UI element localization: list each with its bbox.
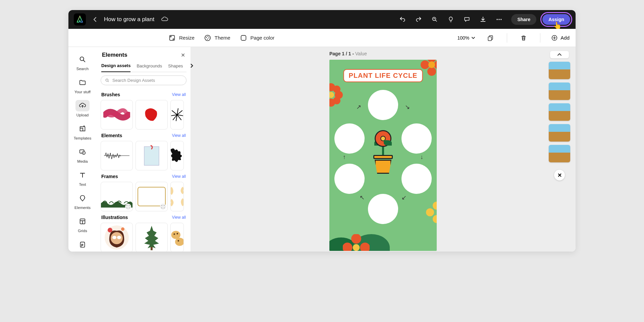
chevron-down-icon	[471, 36, 475, 40]
brush-thumb-2[interactable]	[136, 100, 168, 129]
panel-title: Elements	[102, 52, 127, 58]
artwork-title: PLANT LIFE CYCLE	[343, 69, 423, 82]
comment-icon[interactable]	[461, 13, 473, 25]
search-placeholder: Search Design Assets	[112, 78, 155, 83]
panel-close-button[interactable]: ✕	[181, 52, 185, 58]
zoom-dropdown[interactable]: 100%	[457, 35, 475, 41]
svg-point-56	[433, 215, 437, 223]
illustration-thumb-1[interactable]	[101, 223, 133, 252]
undo-button[interactable]	[396, 13, 409, 25]
search-icon	[105, 78, 110, 83]
page-thumbnail[interactable]	[549, 62, 570, 79]
tab-shapes[interactable]: Shapes	[168, 61, 183, 72]
illustration-thumb-3[interactable]	[170, 223, 184, 252]
app-logo[interactable]	[74, 13, 86, 25]
rail-elements-label: Elements	[74, 206, 91, 210]
arrow-icon: ↘	[405, 103, 410, 111]
frames-view-all[interactable]: View all	[172, 174, 186, 179]
toolbar-divider	[507, 33, 507, 43]
element-thumb-2[interactable]	[136, 141, 168, 170]
duplicate-page-icon[interactable]	[485, 32, 496, 44]
theme-tool[interactable]: Theme	[204, 34, 230, 42]
illustrations-view-all[interactable]: View all	[172, 215, 186, 220]
brush-thumb-3[interactable]	[170, 100, 184, 129]
page-color-icon	[240, 34, 247, 42]
add-label: Add	[560, 35, 570, 41]
back-button[interactable]	[91, 15, 100, 24]
plus-circle-icon	[551, 35, 558, 41]
collapse-thumbnails[interactable]	[550, 51, 569, 58]
cycle-circle	[334, 123, 365, 154]
section-illustrations-title: Illustrations	[101, 215, 128, 220]
redo-button[interactable]	[413, 13, 425, 25]
svg-point-31	[173, 233, 175, 235]
svg-point-14	[80, 57, 84, 61]
tab-backgrounds[interactable]: Backgrounds	[137, 61, 162, 72]
tab-design-assets[interactable]: Design assets	[101, 61, 130, 72]
canvas-page[interactable]: PLANT LIFE CYCLE ↘ ↓ ↙ ↖ ↑ ↗	[329, 60, 437, 251]
document-title[interactable]: How to grow a plant	[104, 16, 154, 23]
svg-point-9	[207, 39, 208, 40]
frame-thumb-2[interactable]: ⛶	[136, 182, 168, 211]
element-thumb-3[interactable]	[170, 141, 184, 170]
element-thumb-1[interactable]	[101, 141, 133, 170]
rail-your-stuff[interactable]: Your stuff	[70, 75, 95, 96]
page-label: Page 1 / 1 - Value	[329, 51, 437, 56]
page-thumbnail[interactable]	[549, 124, 570, 142]
svg-point-52	[343, 243, 353, 251]
cloud-sync-icon[interactable]	[161, 16, 168, 23]
svg-rect-18	[80, 242, 85, 248]
expand-icon: ⛶	[160, 204, 166, 210]
rail-media[interactable]: Media	[70, 144, 95, 165]
svg-rect-21	[138, 187, 165, 206]
elements-icon	[79, 195, 86, 202]
delete-page-icon[interactable]	[518, 32, 529, 44]
rail-templates[interactable]: Templates	[70, 121, 95, 142]
tabs-scroll-right[interactable]	[189, 62, 195, 71]
share-button[interactable]: Share	[511, 14, 536, 25]
cycle-circle	[368, 90, 398, 120]
arrow-icon: ↓	[420, 154, 423, 161]
svg-point-19	[106, 79, 108, 81]
more-icon[interactable]	[493, 13, 505, 25]
decoration-flower	[343, 234, 370, 251]
frame-thumb-3[interactable]	[170, 182, 184, 211]
download-icon[interactable]	[477, 13, 489, 25]
resize-tool[interactable]: Resize	[168, 34, 195, 42]
cycle-circle	[401, 123, 432, 154]
search-icon	[79, 56, 86, 63]
rail-search[interactable]: Search	[70, 52, 95, 73]
rail-text[interactable]: Text	[70, 167, 95, 189]
svg-point-24	[111, 232, 123, 244]
rail-elements[interactable]: Elements	[70, 191, 95, 212]
resize-icon	[168, 34, 176, 42]
assign-button[interactable]: Assign 👆	[542, 14, 570, 25]
section-frames-title: Frames	[101, 174, 118, 179]
close-thumbnails[interactable]: ✕	[554, 170, 565, 180]
page-thumbnail[interactable]	[549, 103, 570, 121]
grids-icon	[79, 218, 86, 225]
decoration-flower	[329, 83, 343, 107]
brushes-view-all[interactable]: View all	[172, 92, 186, 97]
tips-icon[interactable]	[445, 13, 457, 25]
brush-thumb-1[interactable]	[101, 100, 133, 129]
rail-brands[interactable]	[70, 237, 95, 252]
svg-point-2	[499, 19, 500, 20]
page-thumbnail[interactable]	[549, 83, 570, 100]
svg-point-54	[433, 202, 437, 210]
search-assets-input[interactable]: Search Design Assets	[101, 75, 186, 85]
zoom-value: 100%	[457, 35, 469, 41]
elements-view-all[interactable]: View all	[172, 133, 186, 138]
rail-upload[interactable]: Upload	[70, 98, 95, 119]
page-color-tool[interactable]: Page color	[240, 34, 275, 42]
rail-media-label: Media	[77, 159, 88, 163]
add-page-button[interactable]: Add	[551, 35, 570, 41]
svg-point-26	[117, 236, 121, 239]
rail-grids[interactable]: Grids	[70, 214, 95, 235]
frame-thumb-1[interactable]: ⛶	[101, 182, 133, 211]
illustration-thumb-2[interactable]	[136, 223, 168, 252]
theme-label: Theme	[215, 35, 230, 41]
magic-icon[interactable]	[429, 13, 441, 25]
svg-point-50	[360, 243, 370, 251]
page-thumbnail[interactable]	[549, 145, 570, 162]
